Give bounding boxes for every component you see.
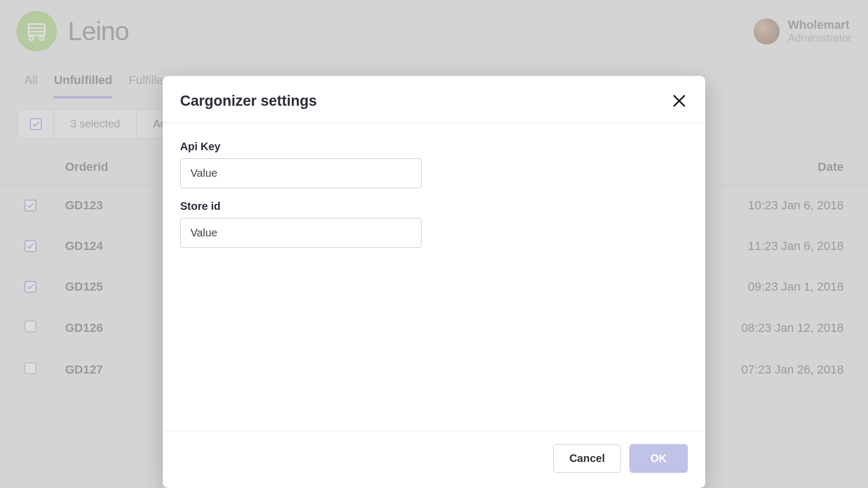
modal-header: Cargonizer settings (163, 76, 705, 123)
store-id-input[interactable] (180, 218, 422, 248)
api-key-label: Api Key (180, 140, 688, 153)
ok-button[interactable]: OK (629, 444, 688, 473)
api-key-input[interactable] (180, 158, 422, 188)
modal-body: Api Key Store id (163, 123, 705, 431)
api-key-group: Api Key (180, 140, 688, 188)
cancel-button[interactable]: Cancel (553, 444, 621, 473)
close-icon (672, 93, 687, 108)
close-button[interactable] (671, 92, 688, 110)
modal-title: Cargonizer settings (180, 93, 317, 110)
store-id-label: Store id (180, 200, 688, 213)
settings-modal: Cargonizer settings Api Key Store id Can… (163, 76, 705, 488)
modal-footer: Cancel OK (163, 431, 705, 488)
modal-overlay: Cargonizer settings Api Key Store id Can… (0, 0, 868, 488)
store-id-group: Store id (180, 200, 688, 248)
